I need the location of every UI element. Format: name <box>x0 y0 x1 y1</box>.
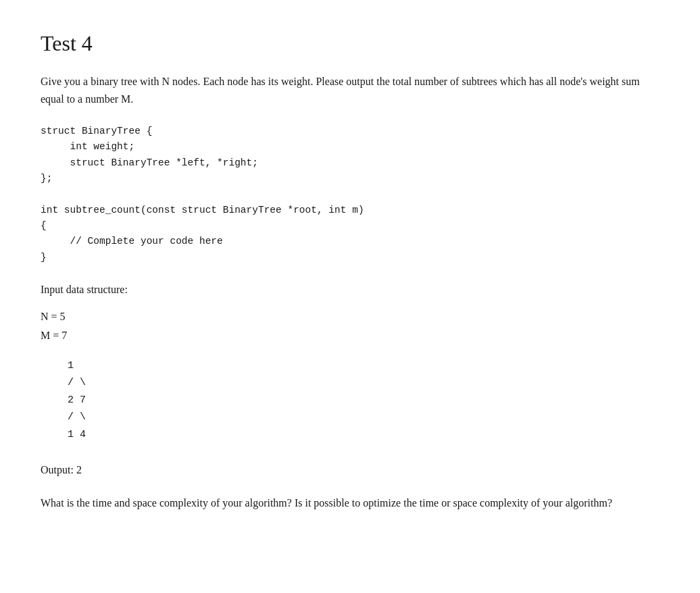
tree-line-3: 2 7 <box>68 392 659 409</box>
function-code-block: int subtree_count(const struct BinaryTre… <box>41 203 659 265</box>
input-data: N = 5 M = 7 <box>41 309 659 344</box>
tree-diagram: 1 / \ 2 7 / \ 1 4 <box>68 357 659 444</box>
tree-line-5: 1 4 <box>68 426 659 444</box>
input-section-label: Input data structure: <box>41 282 659 298</box>
tree-line-2: / \ <box>68 374 659 392</box>
output-label: Output: 2 <box>41 462 659 478</box>
description-text: Give you a binary tree with N nodes. Eac… <box>41 73 659 107</box>
struct-code-block: struct BinaryTree { int weight; struct B… <box>41 124 659 186</box>
tree-line-1: 1 <box>68 357 659 375</box>
question-text: What is the time and space complexity of… <box>41 494 659 512</box>
tree-line-4: / \ <box>68 409 659 426</box>
n-value: N = 5 <box>41 309 659 325</box>
m-value: M = 7 <box>41 328 659 344</box>
page-title: Test 4 <box>41 27 659 59</box>
